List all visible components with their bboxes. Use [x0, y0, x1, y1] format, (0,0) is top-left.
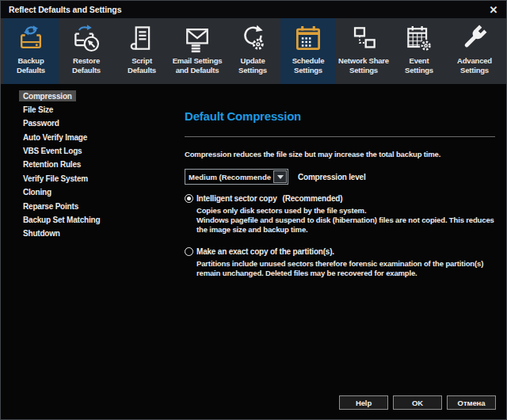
toolbar-item-email-settings[interactable]: Email Settingsand Defaults — [170, 18, 225, 84]
network-share-settings-icon — [348, 23, 379, 55]
chevron-down-icon — [277, 175, 284, 179]
toolbar-label: EventSettings — [405, 56, 433, 74]
toolbar-label: BackupDefaults — [17, 56, 45, 74]
content-panel: Default Compression Compression reduces … — [175, 84, 506, 420]
radio-note: (Recommended) — [283, 194, 343, 203]
dialog-body: Compression File Size Password Auto Veri… — [1, 84, 506, 420]
toolbar-label: RestoreDefaults — [72, 56, 101, 74]
radio-label: Make an exact copy of the partition(s). — [196, 247, 334, 256]
toolbar-item-network-share-settings[interactable]: Network ShareSettings — [336, 18, 391, 84]
toolbar-label: AdvancedSettings — [457, 56, 492, 74]
compression-level-value: Medium (Recommende — [185, 173, 273, 181]
compression-level-row: Medium (Recommende Compression level — [185, 169, 495, 185]
sidebar: Compression File Size Password Auto Veri… — [1, 84, 175, 420]
radio-button-icon[interactable] — [185, 247, 193, 256]
sidebar-item-file-size[interactable]: File Size — [1, 102, 175, 116]
dropdown-button[interactable] — [273, 170, 287, 183]
schedule-settings-icon — [292, 23, 324, 55]
cancel-button[interactable]: Отмена — [447, 395, 496, 410]
toolbar-label: ScriptDefaults — [128, 56, 156, 74]
close-icon[interactable]: ✕ — [481, 4, 506, 16]
intro-text: Compression reduces the file size but ma… — [185, 150, 495, 158]
reflect-defaults-dialog: Reflect Defaults and Settings ✕ BackupDe… — [0, 0, 507, 420]
window-title: Reflect Defaults and Settings — [1, 5, 121, 14]
sidebar-item-compression[interactable]: Compression — [1, 89, 175, 102]
script-defaults-icon — [126, 23, 158, 55]
sidebar-item-backup-set-matching[interactable]: Backup Set Matching — [1, 213, 175, 227]
event-settings-icon — [403, 23, 435, 55]
ok-button[interactable]: OK — [393, 395, 442, 410]
footer: Help OK Отмена — [339, 395, 496, 410]
toolbar-item-script-defaults[interactable]: ScriptDefaults — [114, 18, 170, 84]
option-description: Partitions include unused sectors theref… — [196, 259, 495, 278]
option-description: Windows pagefile and suspend to disk (hi… — [196, 216, 495, 235]
toolbar-item-update-settings[interactable]: UpdateSettings — [225, 18, 280, 84]
backup-defaults-icon — [15, 23, 47, 55]
compression-level-label: Compression level — [298, 173, 366, 181]
toolbar-label: UpdateSettings — [238, 56, 267, 74]
sidebar-item-vbs-event-logs[interactable]: VBS Event Logs — [1, 144, 175, 158]
sidebar-item-retention-rules[interactable]: Retention Rules — [1, 158, 175, 171]
toolbar-item-schedule-settings[interactable]: ScheduleSettings — [280, 18, 336, 84]
titlebar: Reflect Defaults and Settings ✕ — [1, 1, 506, 18]
toolbar-label: Email Settingsand Defaults — [173, 56, 223, 74]
heading-separator — [185, 136, 495, 137]
radio-exact-copy[interactable]: Make an exact copy of the partition(s). — [185, 247, 495, 256]
restore-defaults-icon — [71, 23, 102, 55]
toolbar-item-backup-defaults[interactable]: BackupDefaults — [3, 18, 59, 84]
email-settings-icon — [181, 23, 213, 55]
radio-label: Intelligent sector copy — [196, 194, 277, 203]
sidebar-item-password[interactable]: Password — [1, 116, 175, 130]
toolbar-item-restore-defaults[interactable]: RestoreDefaults — [59, 18, 114, 84]
toolbar-label: Network ShareSettings — [338, 56, 389, 74]
sidebar-item-verify-file-system[interactable]: Verify File System — [1, 171, 175, 185]
sidebar-item-shutdown[interactable]: Shutdown — [1, 227, 175, 240]
radio-intelligent-sector-copy[interactable]: Intelligent sector copy (Recommended) — [185, 194, 495, 203]
help-button[interactable]: Help — [339, 395, 388, 410]
toolbar-item-event-settings[interactable]: EventSettings — [391, 18, 447, 84]
sidebar-item-auto-verify-image[interactable]: Auto Verify Image — [1, 130, 175, 143]
radio-button-icon[interactable] — [185, 194, 193, 203]
toolbar-item-advanced-settings[interactable]: AdvancedSettings — [447, 18, 502, 84]
toolbar-label: ScheduleSettings — [292, 56, 325, 74]
advanced-settings-icon — [459, 23, 490, 55]
sidebar-item-cloning[interactable]: Cloning — [1, 185, 175, 199]
option-description: Copies only disk sectors used by the fil… — [196, 206, 495, 216]
toolbar: BackupDefaults RestoreDefaults — [1, 18, 506, 84]
update-settings-icon — [237, 23, 269, 55]
page-title: Default Compression — [185, 109, 495, 123]
compression-level-select[interactable]: Medium (Recommende — [185, 169, 288, 185]
sidebar-item-reparse-points[interactable]: Reparse Points — [1, 199, 175, 212]
